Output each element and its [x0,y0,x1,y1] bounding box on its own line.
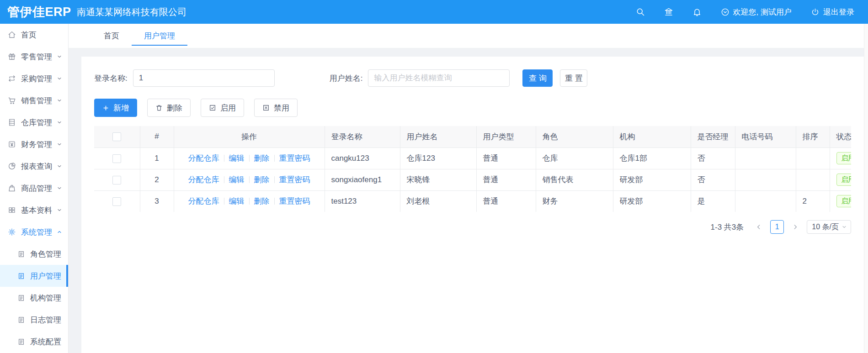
sidebar-item-finance[interactable]: 财务管理 [0,133,68,155]
top-bar: 管伊佳ERP 南通某某网络科技有限公司 欢迎您, 测试用户 退出登录 [0,0,868,24]
plus-icon [102,105,109,111]
user-name-label: 用户姓名: [330,73,363,84]
edit-link[interactable]: 编辑 [229,153,245,163]
warehouse-icon [8,118,16,126]
sidebar-item-basic[interactable]: 基本资料 [0,199,68,221]
delete-link[interactable]: 删除 [254,153,270,163]
delete-link[interactable]: 删除 [254,174,270,185]
assign-warehouse-link[interactable]: 分配仓库 [188,153,219,163]
sidebar-item-label: 商品管理 [21,183,52,194]
col-actions: 操作 [174,126,325,148]
sidebar-subitem-org[interactable]: 机构管理 [0,287,68,309]
delete-button[interactable]: 删除 [147,99,191,117]
page-number[interactable]: 1 [770,220,784,234]
pagination: 1-3 共3条 1 10 条/页 [94,220,851,234]
next-page-icon[interactable] [788,220,802,234]
cell-sort [796,169,830,190]
goods-icon [8,184,16,192]
sidebar-item-label: 系统管理 [21,227,52,237]
cell-type: 普通 [476,169,536,190]
search-form: 登录名称: 用户姓名: 查 询 重 置 [94,69,851,87]
col-name: 用户姓名 [400,126,476,148]
sidebar-item-purchase[interactable]: 采购管理 [0,68,68,90]
sidebar-item-home[interactable]: 首页 [0,24,68,46]
delete-link[interactable]: 删除 [254,196,270,206]
sidebar-item-retail[interactable]: 零售管理 [0,46,68,68]
sidebar-item-label: 仓库管理 [21,117,52,128]
enable-button[interactable]: 启用 [201,99,244,117]
sidebar-subitem-roles[interactable]: 角色管理 [0,243,68,265]
cell-role: 仓库 [536,148,613,169]
search-icon[interactable] [636,7,645,16]
table-row: 2 分配仓库 编辑 删除 重置密码 songxiaofeng1 宋晓锋 普通 销… [94,169,851,190]
cell-manager: 否 [691,148,735,169]
cell-role: 财务 [536,190,613,212]
cell-name: 刘老根 [400,190,476,212]
action-separator [274,176,275,183]
status-badge: 启用 [836,195,852,207]
pagination-total: 1-3 共3条 [711,222,744,232]
cell-type: 普通 [476,148,536,169]
x-square-icon [262,104,270,111]
prev-page-icon[interactable] [752,220,766,234]
user-menu[interactable]: 欢迎您, 测试用户 [721,7,792,17]
user-name-input[interactable] [368,69,510,87]
sidebar-subitem-config[interactable]: 系统配置 [0,331,68,353]
cell-org: 仓库1部 [613,148,691,169]
col-phone: 电话号码 [735,126,796,148]
main-area: 首页 用户管理 登录名称: 用户姓名: 查 询 重 置 新增 [69,24,868,353]
select-all-checkbox[interactable] [112,132,121,141]
check-square-icon [209,104,216,111]
sales-icon [8,96,16,105]
row-checkbox[interactable] [112,197,121,206]
app-logo: 管伊佳ERP [0,4,69,20]
sidebar-item-goods[interactable]: 商品管理 [0,177,68,199]
row-checkbox[interactable] [112,154,121,163]
sidebar-subitem-users[interactable]: 用户管理 [0,265,68,287]
login-name-input[interactable] [133,69,275,87]
cell-phone [735,190,796,212]
bank-icon[interactable] [664,7,673,16]
edit-link[interactable]: 编辑 [229,174,245,185]
cell-org: 研发部 [613,190,691,212]
sidebar-item-warehouse[interactable]: 仓库管理 [0,111,68,133]
reset-password-link[interactable]: 重置密码 [279,174,310,185]
power-icon [811,8,820,16]
sidebar: 首页 零售管理 采购管理 销售管理 仓库管理 财务管理 [0,24,69,353]
reset-password-link[interactable]: 重置密码 [279,153,310,163]
tab-user-management[interactable]: 用户管理 [144,24,175,48]
chevron-down-icon [841,224,847,230]
row-checkbox[interactable] [112,176,121,184]
table-header-row: # 操作 登录名称 用户姓名 用户类型 角色 机构 是否经理 电话号码 排序 状… [94,126,851,148]
sidebar-subitem-logs[interactable]: 日志管理 [0,309,68,331]
row-actions: 分配仓库 编辑 删除 重置密码 [176,174,323,185]
users-table: # 操作 登录名称 用户姓名 用户类型 角色 机构 是否经理 电话号码 排序 状… [94,126,851,212]
chevron-down-icon [57,120,62,125]
edit-link[interactable]: 编辑 [229,196,245,206]
sidebar-item-system[interactable]: 系统管理 [0,221,68,243]
action-separator [224,198,224,205]
sidebar-item-label: 销售管理 [21,95,52,106]
sidebar-item-sales[interactable]: 销售管理 [0,90,68,111]
sidebar-item-label: 机构管理 [30,293,61,303]
table-row: 1 分配仓库 编辑 删除 重置密码 cangku123 仓库123 普通 仓库 … [94,148,851,169]
assign-warehouse-link[interactable]: 分配仓库 [188,196,219,206]
scrollbar[interactable] [864,24,868,353]
bell-icon[interactable] [692,7,702,16]
page-size-select[interactable]: 10 条/页 [807,220,851,234]
add-button[interactable]: 新增 [94,99,137,117]
tab-home[interactable]: 首页 [104,24,119,48]
query-button[interactable]: 查 询 [522,69,553,87]
reset-button[interactable]: 重 置 [560,69,587,87]
row-actions: 分配仓库 编辑 删除 重置密码 [176,153,323,163]
logout-button[interactable]: 退出登录 [811,7,854,17]
home-icon [8,31,16,39]
reset-password-link[interactable]: 重置密码 [279,196,310,206]
sidebar-item-report[interactable]: 报表查询 [0,155,68,177]
row-index: 2 [140,169,174,190]
tab-label: 用户管理 [144,31,175,41]
add-label: 新增 [113,103,129,113]
assign-warehouse-link[interactable]: 分配仓库 [188,174,219,185]
disable-button[interactable]: 禁用 [254,99,298,117]
sidebar-item-label: 零售管理 [21,52,52,62]
